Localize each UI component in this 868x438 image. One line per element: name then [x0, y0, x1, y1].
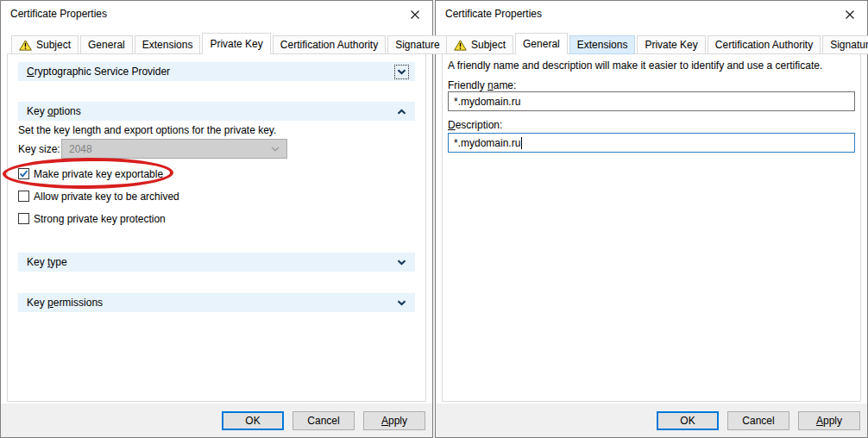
desktop: Certificate Properties Subject General E… — [0, 0, 868, 438]
chevron-up-icon — [397, 109, 406, 115]
tab-extensions[interactable]: Extensions — [135, 35, 201, 54]
tab-label: Signature — [395, 36, 439, 53]
chevron-down-icon — [397, 260, 406, 266]
tab-strip: Subject General Extensions Private Key C… — [446, 35, 868, 54]
tab-label: General — [88, 36, 125, 53]
button-label: OK — [680, 415, 695, 427]
section-label: Key options — [27, 105, 81, 117]
friendly-name-input[interactable]: *.mydomain.ru — [448, 91, 855, 111]
checkbox-label: Strong private key protection — [34, 213, 166, 225]
button-label: Apply — [816, 415, 842, 427]
close-button[interactable] — [405, 5, 425, 24]
section-cryptographic-service-provider[interactable]: Cryptographic Service Provider — [18, 62, 415, 81]
button-label: Cancel — [307, 415, 339, 427]
tab-label: Signature — [830, 36, 868, 53]
tab-label: General — [523, 34, 560, 54]
checkbox-strong-private-key-protection[interactable]: Strong private key protection — [18, 212, 166, 225]
button-label: Cancel — [742, 415, 774, 427]
tab-label: Private Key — [210, 34, 262, 54]
tab-private-key[interactable]: Private Key — [202, 33, 270, 54]
warning-icon — [19, 40, 32, 51]
chevron-down-icon — [397, 69, 406, 75]
tab-general[interactable]: General — [80, 35, 133, 54]
tab-extensions[interactable]: Extensions — [569, 35, 636, 54]
expand-chevron-button[interactable] — [394, 65, 409, 79]
close-icon — [410, 9, 420, 20]
ok-button[interactable]: OK — [657, 411, 719, 430]
tab-label: Subject — [36, 36, 71, 53]
tab-label: Certification Authority — [715, 36, 813, 53]
button-bar: OK Cancel Apply — [436, 404, 867, 437]
ok-button[interactable]: OK — [222, 411, 284, 430]
section-label: Cryptographic Service Provider — [27, 66, 170, 78]
cancel-button[interactable]: Cancel — [292, 411, 355, 430]
certificate-properties-dialog-private-key: Certificate Properties Subject General E… — [0, 0, 433, 438]
description-label: Description: — [448, 119, 502, 131]
tab-label: Certification Authority — [280, 36, 378, 53]
tab-strip: Subject General Extensions Private Key C… — [11, 35, 450, 54]
window-title: Certificate Properties — [10, 8, 107, 20]
description-input[interactable]: *.mydomain.ru — [448, 133, 855, 153]
close-button[interactable] — [840, 5, 860, 24]
warning-icon — [454, 40, 467, 51]
tab-private-key[interactable]: Private Key — [637, 35, 705, 54]
expand-chevron-button[interactable] — [394, 296, 409, 310]
section-label: Key type — [27, 256, 67, 268]
chevron-down-icon — [397, 300, 406, 306]
tab-label: Extensions — [142, 36, 193, 53]
tab-label: Subject — [471, 36, 506, 53]
apply-button[interactable]: Apply — [363, 411, 425, 430]
tab-page-general: A friendly name and description will mak… — [442, 53, 861, 402]
section-label: Key permissions — [27, 297, 103, 309]
titlebar: Certificate Properties — [436, 1, 867, 28]
description-value: *.mydomain.ru — [454, 137, 520, 149]
key-size-combobox: 2048 — [61, 139, 287, 159]
expand-chevron-button[interactable] — [394, 255, 409, 270]
friendly-name-label: Friendly name: — [448, 79, 516, 91]
tab-certification-authority[interactable]: Certification Authority — [708, 35, 821, 54]
tab-page-private-key: Cryptographic Service Provider Key optio… — [7, 53, 426, 402]
apply-button[interactable]: Apply — [798, 411, 860, 430]
checkbox[interactable] — [18, 191, 29, 202]
tab-general[interactable]: General — [515, 33, 568, 54]
friendly-name-value: *.mydomain.ru — [454, 96, 520, 108]
intro-text: A friendly name and description will mak… — [448, 59, 822, 72]
text-caret — [521, 137, 522, 149]
collapse-chevron-button[interactable] — [394, 104, 409, 119]
checkbox-label: Allow private key to be archived — [34, 191, 179, 203]
tab-signature[interactable]: Signature — [387, 35, 447, 54]
tab-signature[interactable]: Signature — [822, 35, 868, 54]
chevron-down-icon — [271, 147, 280, 152]
tab-subject[interactable]: Subject — [11, 35, 79, 54]
window-title: Certificate Properties — [445, 8, 542, 20]
button-label: OK — [245, 415, 260, 427]
tab-certification-authority[interactable]: Certification Authority — [273, 35, 386, 54]
tab-label: Private Key — [645, 36, 697, 53]
checkbox-allow-private-key-archived[interactable]: Allow private key to be archived — [18, 190, 179, 203]
key-size-label: Key size: — [18, 143, 60, 155]
close-icon — [845, 9, 855, 20]
cancel-button[interactable]: Cancel — [727, 411, 789, 430]
checkbox[interactable] — [18, 213, 29, 224]
tab-label: Extensions — [577, 36, 628, 53]
section-key-permissions[interactable]: Key permissions — [18, 293, 415, 312]
button-bar: OK Cancel Apply — [1, 404, 432, 437]
key-size-value: 2048 — [69, 143, 92, 155]
section-key-type[interactable]: Key type — [18, 253, 415, 272]
certificate-properties-dialog-general: Certificate Properties Subject General E… — [435, 0, 868, 438]
titlebar: Certificate Properties — [1, 1, 432, 28]
tab-subject[interactable]: Subject — [446, 35, 513, 54]
key-options-description: Set the key length and export options fo… — [18, 124, 276, 136]
button-label: Apply — [381, 415, 407, 427]
section-key-options[interactable]: Key options — [18, 102, 415, 121]
